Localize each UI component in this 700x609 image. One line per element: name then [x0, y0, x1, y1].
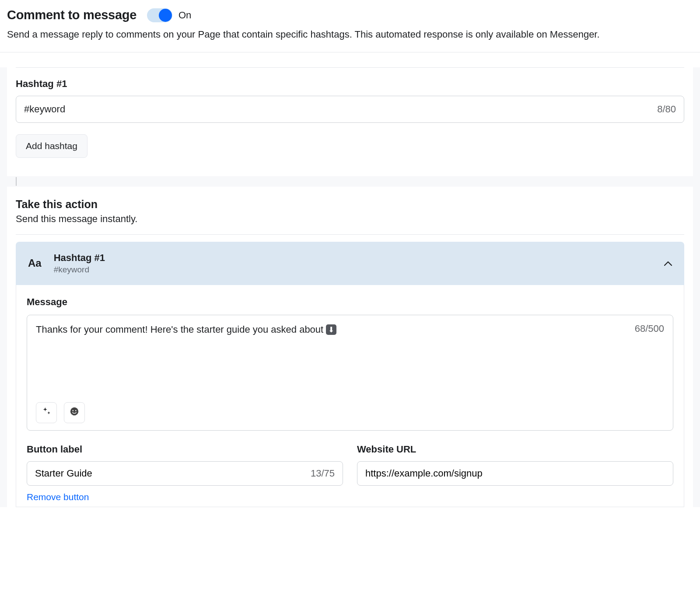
action-title: Take this action: [16, 198, 684, 211]
website-url-input-row[interactable]: [357, 461, 673, 486]
message-textarea[interactable]: Thanks for your comment! Here's the star…: [27, 315, 673, 431]
text-aa-icon: Aa: [28, 257, 42, 269]
page-description: Send a message reply to comments on your…: [0, 22, 700, 52]
page-title: Comment to message: [7, 8, 136, 22]
remove-button-link[interactable]: Remove button: [27, 492, 343, 502]
hashtag-input-row[interactable]: 8/80: [16, 96, 684, 123]
message-label: Message: [27, 296, 673, 308]
arrow-down-emoji-icon: ⬇: [326, 324, 336, 335]
svg-point-1: [73, 410, 74, 411]
website-url-title: Website URL: [357, 444, 673, 455]
divider: [16, 234, 684, 235]
toggle-knob: [159, 9, 172, 22]
hashtag-input[interactable]: [24, 104, 657, 115]
toggle-state-label: On: [178, 10, 191, 21]
accordion-subtitle: #keyword: [54, 265, 652, 275]
feature-toggle[interactable]: [147, 8, 172, 22]
chevron-up-icon: [664, 258, 672, 269]
message-char-count: 68/500: [635, 323, 664, 334]
button-label-input[interactable]: [35, 468, 311, 479]
add-hashtag-button[interactable]: Add hashtag: [16, 134, 88, 158]
ai-sparkle-button[interactable]: [36, 402, 57, 423]
button-label-input-row[interactable]: 13/75: [27, 461, 343, 486]
message-accordion-body: Message Thanks for your comment! Here's …: [16, 285, 684, 507]
svg-point-2: [75, 410, 77, 411]
hashtag-field-label: Hashtag #1: [11, 78, 689, 90]
divider: [16, 67, 684, 68]
button-label-char-count: 13/75: [311, 468, 335, 479]
smiley-icon: [70, 407, 79, 419]
action-subtitle: Send this message instantly.: [16, 213, 684, 225]
hashtag-char-count: 8/80: [657, 104, 676, 115]
website-url-input[interactable]: [365, 468, 665, 479]
section-gap: [7, 176, 693, 187]
sparkle-icon: [42, 407, 51, 419]
message-text[interactable]: Thanks for your comment! Here's the star…: [36, 323, 323, 337]
divider: [0, 52, 700, 52]
accordion-title: Hashtag #1: [54, 252, 652, 264]
button-label-title: Button label: [27, 444, 343, 455]
emoji-picker-button[interactable]: [64, 402, 85, 423]
svg-point-0: [70, 407, 78, 415]
message-accordion-header[interactable]: Aa Hashtag #1 #keyword: [16, 242, 684, 285]
